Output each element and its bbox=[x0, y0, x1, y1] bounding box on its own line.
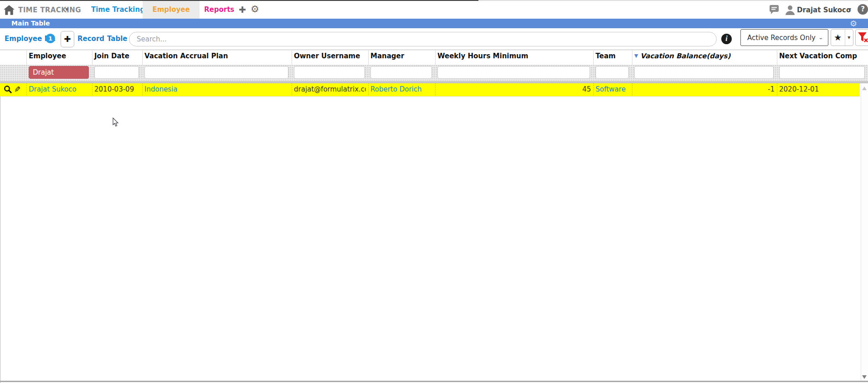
star-bookmark-icon[interactable]: ★ bbox=[831, 30, 845, 46]
column-header-label: Vacation Accrual Plan bbox=[144, 52, 228, 60]
row-cell-divider bbox=[593, 83, 594, 96]
column-header-employee[interactable]: Employee bbox=[26, 52, 92, 65]
menu-record[interactable]: Record bbox=[77, 35, 104, 43]
column-header-label: Next Vacation Comp bbox=[779, 52, 857, 60]
cell-manager[interactable]: Roberto Dorich bbox=[370, 85, 433, 95]
clear-filter-button[interactable] bbox=[855, 29, 868, 46]
home-icon[interactable] bbox=[3, 4, 15, 16]
column-header-next-vacation-comp[interactable]: Next Vacation Comp bbox=[777, 52, 868, 65]
column-header-label: Employee bbox=[29, 52, 66, 60]
row-cell-divider bbox=[26, 83, 27, 96]
sheet-tab-main-table[interactable]: Main Table bbox=[11, 20, 50, 27]
column-header-manager[interactable]: Manager bbox=[368, 52, 435, 65]
add-tab-plus-icon[interactable]: ✚ bbox=[239, 5, 246, 15]
column-header-owner-username[interactable]: Owner Username bbox=[292, 52, 368, 65]
tab-employee-hr[interactable]: Employee HR bbox=[143, 1, 200, 19]
row-cell-divider bbox=[368, 83, 369, 96]
search-input[interactable] bbox=[129, 32, 717, 46]
filter-input-join-date[interactable] bbox=[94, 66, 139, 79]
filter-input-weekly-hours-minimum[interactable] bbox=[437, 66, 590, 79]
row-cell-divider bbox=[92, 83, 92, 96]
record-count-badge: 1 bbox=[46, 34, 55, 43]
settings-gear-icon[interactable]: ⚙ bbox=[251, 4, 259, 15]
cell-next-vacation-comp[interactable]: 2020-12-01 bbox=[779, 85, 866, 95]
cell-employee[interactable]: Drajat Sukoco bbox=[29, 85, 90, 95]
scroll-down-arrow-icon[interactable] bbox=[862, 375, 867, 379]
current-user-name[interactable]: Drajat Sukoco bbox=[797, 6, 851, 14]
filter-funnel-x-icon bbox=[856, 30, 868, 45]
grid-header-row: EmployeeJoin DateVacation Accrual PlanOw… bbox=[0, 50, 868, 65]
cell-owner-username[interactable]: drajat@formulatrix.com bbox=[294, 85, 366, 95]
sort-desc-icon: ▼ bbox=[634, 53, 638, 59]
saved-view-button-group: ★ ▾ bbox=[831, 29, 853, 46]
star-caret-down-icon[interactable]: ▾ bbox=[845, 30, 853, 46]
tab-reports[interactable]: Reports bbox=[198, 1, 240, 19]
cell-vacation-accrual-plan[interactable]: Indonesia bbox=[144, 85, 289, 95]
open-record-magnifier-icon[interactable] bbox=[4, 85, 12, 94]
column-header-label: Manager bbox=[370, 52, 404, 60]
column-header-team[interactable]: Team bbox=[593, 52, 632, 65]
filter-input-employee[interactable]: Drajat bbox=[29, 66, 89, 79]
filter-input-owner-username[interactable] bbox=[294, 66, 365, 79]
user-menu-caret-down-icon[interactable]: ▾ bbox=[848, 5, 851, 13]
column-header-label: Owner Username bbox=[294, 52, 360, 60]
workspace-menu[interactable]: TIME TRACKING bbox=[18, 6, 81, 14]
filter-input-vacation-accrual-plan[interactable] bbox=[144, 66, 288, 79]
table-row[interactable]: ✎ Drajat Sukoco2010-03-09Indonesiadrajat… bbox=[0, 83, 860, 97]
row-cell-divider bbox=[777, 83, 777, 96]
add-record-button[interactable]: ✚ bbox=[61, 31, 74, 47]
cell-join-date[interactable]: 2010-03-09 bbox=[94, 85, 140, 95]
records-view-selected-value: Active Records Only bbox=[747, 34, 816, 42]
chat-bubble-icon[interactable] bbox=[769, 5, 780, 15]
filter-input-team[interactable] bbox=[596, 66, 629, 79]
column-header-label: Weekly Hours Minimum bbox=[437, 52, 528, 60]
horizontal-scrollbar-edge[interactable] bbox=[0, 381, 868, 382]
cell-vacation-balance-days[interactable]: -1 bbox=[634, 85, 775, 95]
filter-input-vacation-balance-days[interactable] bbox=[634, 66, 774, 79]
row-cell-divider bbox=[142, 83, 143, 96]
column-header-weekly-hours-minimum[interactable]: Weekly Hours Minimum bbox=[435, 52, 593, 65]
info-icon[interactable]: i bbox=[721, 34, 732, 44]
records-view-select[interactable]: Active Records Only ⌄ bbox=[740, 29, 828, 46]
user-avatar-icon[interactable] bbox=[785, 5, 795, 15]
tab-time-tracking[interactable]: Time Tracking bbox=[85, 1, 151, 19]
listing-toolbar: Employee HR 1 ✚ Record Table i Active Re… bbox=[0, 28, 868, 50]
scroll-up-arrow-icon[interactable] bbox=[862, 87, 867, 90]
column-header-vacation-balance-days[interactable]: ▼Vacation Balance(days) bbox=[632, 52, 777, 65]
workspace-caret-down-icon[interactable]: ▾ bbox=[65, 5, 68, 13]
row-cell-divider bbox=[632, 83, 632, 96]
row-cell-divider bbox=[435, 83, 436, 96]
filter-input-next-vacation-comp[interactable] bbox=[779, 66, 865, 79]
column-header-label: Vacation Balance(days) bbox=[640, 52, 730, 60]
sheet-settings-gear-icon[interactable]: ⚙ bbox=[850, 19, 857, 28]
row-cell-divider bbox=[292, 83, 292, 96]
edit-record-pencil-icon[interactable]: ✎ bbox=[14, 85, 21, 94]
mouse-cursor bbox=[113, 117, 119, 127]
filter-input-manager[interactable] bbox=[370, 66, 432, 79]
select-chevron-down-icon: ⌄ bbox=[818, 35, 823, 41]
menu-table[interactable]: Table bbox=[107, 35, 127, 43]
sheet-tab-bar: Main Table ⚙ bbox=[0, 19, 868, 28]
column-header-label: Team bbox=[596, 52, 616, 60]
column-header-join-date[interactable]: Join Date bbox=[92, 52, 142, 65]
cell-team[interactable]: Software bbox=[596, 85, 630, 95]
column-header-label: Join Date bbox=[94, 52, 129, 60]
help-icon[interactable]: ? bbox=[858, 4, 868, 15]
vertical-scrollbar[interactable] bbox=[861, 83, 868, 381]
column-header-vacation-accrual-plan[interactable]: Vacation Accrual Plan bbox=[142, 52, 292, 65]
grid-filter-row: Drajat bbox=[0, 65, 868, 81]
cell-weekly-hours-minimum[interactable]: 45 bbox=[437, 85, 591, 95]
top-navigation-bar: TIME TRACKING ▾ Time Tracking Employee H… bbox=[0, 1, 868, 19]
